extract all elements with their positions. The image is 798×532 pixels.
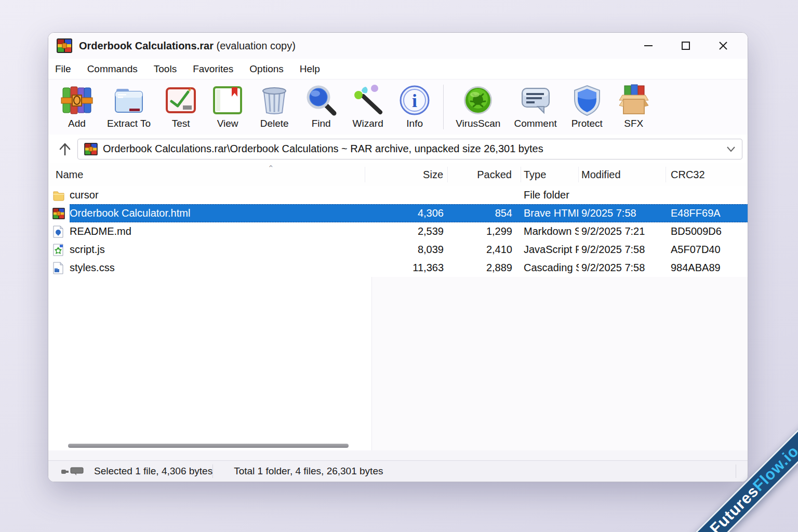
menu-bar: File Commands Tools Favorites Options He…	[48, 59, 748, 79]
status-bar: Selected 1 file, 4,306 bytes Total 1 fol…	[48, 461, 748, 482]
file-modified: 9/2/2025 7:58	[579, 244, 666, 256]
winrar-window: Orderbook Calculations.rar (evaluation c…	[48, 32, 748, 482]
window-title-filename: Orderbook Calculations.rar	[79, 40, 214, 51]
maximize-button[interactable]	[675, 37, 697, 55]
sort-ascending-icon: ⌃	[268, 164, 274, 173]
html-file-icon	[52, 208, 65, 219]
up-button[interactable]	[56, 140, 74, 158]
extract-to-button[interactable]: Extract To	[100, 83, 157, 130]
tool-label-test: Test	[172, 118, 190, 129]
file-type: File folder	[521, 189, 579, 201]
test-button[interactable]: Test	[157, 83, 204, 130]
winrar-app-icon	[57, 38, 72, 53]
tool-label-add: Add	[68, 118, 86, 129]
menu-favorites[interactable]: Favorites	[192, 61, 234, 77]
file-type: Cascading Sty	[521, 262, 579, 274]
file-list: cursor File folder	[48, 186, 748, 450]
file-crc32: E48FF69A	[666, 207, 748, 219]
view-button[interactable]: View	[204, 83, 251, 130]
file-modified: 9/2/2025 7:21	[579, 225, 666, 237]
virusscan-button[interactable]: VirusScan	[449, 83, 507, 130]
chevron-down-icon[interactable]	[726, 146, 736, 152]
menu-options[interactable]: Options	[248, 61, 284, 77]
tool-label-protect: Protect	[571, 118, 603, 129]
column-header-packed[interactable]: Packed	[448, 167, 521, 182]
column-header-size[interactable]: Size	[365, 167, 448, 182]
status-selected-text: Selected 1 file, 4,306 bytes	[94, 466, 212, 477]
comment-button[interactable]: Comment	[507, 83, 563, 130]
delete-button[interactable]: Delete	[251, 83, 298, 130]
wand-icon	[351, 84, 384, 117]
tool-label-find: Find	[312, 118, 331, 129]
tool-label-delete: Delete	[260, 118, 289, 129]
view-book-icon	[211, 84, 244, 117]
title-bar: Orderbook Calculations.rar (evaluation c…	[48, 33, 748, 59]
file-size: 8,039	[365, 244, 448, 256]
menu-file[interactable]: File	[54, 61, 72, 77]
svg-text:i: i	[412, 90, 417, 111]
file-type: JavaScript File	[521, 244, 579, 256]
key-icon	[61, 467, 69, 475]
wizard-button[interactable]: Wizard	[344, 83, 391, 130]
file-crc32: A5F07D40	[666, 244, 748, 256]
file-size: 11,363	[365, 262, 448, 274]
comment-bubble-icon	[519, 84, 552, 117]
virus-scan-icon	[461, 84, 495, 117]
file-packed: 2,889	[448, 262, 521, 274]
horizontal-scrollbar[interactable]	[68, 444, 349, 448]
window-title-suffix: (evaluation copy)	[214, 40, 296, 51]
test-checkmark-icon	[164, 84, 197, 117]
info-circle-icon: i	[398, 84, 431, 117]
comment-bubble-icon	[70, 467, 84, 476]
file-name: styles.css	[70, 262, 365, 274]
folder-icon	[52, 190, 65, 201]
add-button[interactable]: Add	[54, 83, 100, 130]
table-row[interactable]: README.md 2,539 1,299 Markdown Sc. 9/2/2…	[48, 222, 748, 241]
tool-label-info: Info	[406, 118, 423, 129]
trash-icon	[258, 84, 291, 117]
minimize-button[interactable]	[637, 37, 659, 55]
sfx-box-icon	[617, 84, 650, 117]
window-title: Orderbook Calculations.rar (evaluation c…	[79, 40, 296, 52]
magnifier-icon	[304, 84, 338, 117]
winrar-archive-icon	[84, 143, 98, 155]
find-button[interactable]: Find	[298, 83, 344, 130]
address-box[interactable]: Orderbook Calculations.rar\Orderbook Cal…	[77, 139, 742, 159]
close-icon	[717, 39, 729, 52]
status-separator	[736, 464, 736, 478]
close-button[interactable]	[712, 37, 734, 55]
table-row[interactable]: styles.css 11,363 2,889 Cascading Sty 9/…	[48, 259, 748, 277]
table-row[interactable]: Orderbook Calculator.html 4,306 854 Brav…	[48, 204, 748, 222]
column-header-name[interactable]: Name	[48, 167, 365, 182]
sfx-button[interactable]: SFX	[610, 83, 657, 130]
shield-icon	[570, 84, 604, 117]
file-modified: 9/2/2025 7:58	[579, 262, 666, 274]
menu-commands[interactable]: Commands	[86, 61, 139, 77]
table-row[interactable]: cursor File folder	[48, 186, 748, 204]
list-header: Name Size Packed Type Modified CRC32 ⌃	[48, 163, 748, 186]
file-name: Orderbook Calculator.html	[70, 207, 365, 219]
file-size: 4,306	[365, 207, 448, 219]
status-separator	[212, 464, 213, 478]
file-packed: 2,410	[448, 244, 521, 256]
watermark-text-secondary: Flow.io	[750, 442, 798, 495]
column-header-crc32[interactable]: CRC32	[666, 167, 748, 182]
table-row[interactable]: script.js 8,039 2,410 JavaScript File 9/…	[48, 241, 748, 259]
menu-help[interactable]: Help	[299, 61, 321, 77]
menu-tools[interactable]: Tools	[153, 61, 178, 77]
tool-label-wizard: Wizard	[353, 118, 383, 129]
info-button[interactable]: i Info	[391, 83, 438, 130]
file-name: README.md	[70, 225, 365, 237]
address-bar-row: Orderbook Calculations.rar\Orderbook Cal…	[48, 135, 748, 163]
up-arrow-icon	[59, 142, 71, 156]
js-file-icon	[52, 244, 64, 256]
file-packed: 854	[448, 207, 521, 219]
file-name: script.js	[70, 244, 365, 256]
file-size: 2,539	[365, 225, 448, 237]
column-header-type[interactable]: Type	[521, 167, 579, 182]
css-file-icon	[52, 262, 64, 274]
column-header-modified[interactable]: Modified	[579, 167, 666, 182]
file-type: Markdown Sc.	[521, 225, 579, 237]
toolbar: Add Extract To Test	[48, 79, 748, 135]
protect-button[interactable]: Protect	[564, 83, 610, 130]
